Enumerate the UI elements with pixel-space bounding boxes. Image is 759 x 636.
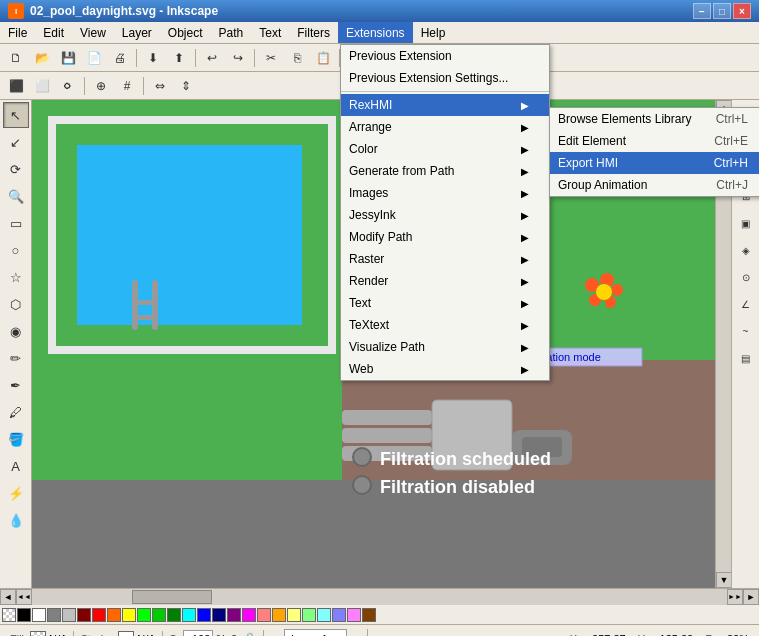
paste-button[interactable]: 📋 [311, 47, 335, 69]
modify-path-item[interactable]: Modify Path ▶ [341, 226, 549, 248]
copy-button[interactable]: ⎘ [285, 47, 309, 69]
menu-filters[interactable]: Filters [289, 22, 338, 43]
previous-extension-settings-item[interactable]: Previous Extension Settings... [341, 67, 549, 89]
palette-magenta[interactable] [242, 608, 256, 622]
pen-tool[interactable]: ✒ [3, 372, 29, 398]
palette-orange2[interactable] [272, 608, 286, 622]
bucket-tool[interactable]: 🪣 [3, 426, 29, 452]
color-item[interactable]: Color ▶ [341, 138, 549, 160]
scroll-right2-button[interactable]: ►► [727, 589, 743, 605]
scroll-down-button[interactable]: ▼ [716, 572, 732, 588]
undo-button[interactable]: ↩ [200, 47, 224, 69]
text-tool[interactable]: A [3, 453, 29, 479]
scroll-left2-button[interactable]: ◄◄ [16, 589, 32, 605]
hscroll-thumb[interactable] [132, 590, 212, 604]
import-button[interactable]: ⬇ [141, 47, 165, 69]
print-button[interactable]: 🖨 [108, 47, 132, 69]
bezier-button[interactable]: ⬜ [30, 75, 54, 97]
menu-path[interactable]: Path [211, 22, 252, 43]
calligraphy-tool[interactable]: 🖊 [3, 399, 29, 425]
scroll-left-button[interactable]: ◄ [0, 589, 16, 605]
palette-gray[interactable] [47, 608, 61, 622]
angle-snap-btn[interactable]: ∠ [733, 291, 759, 317]
palette-lightyellow[interactable] [287, 608, 301, 622]
scroll-right-button[interactable]: ► [743, 589, 759, 605]
palette-lightcyan[interactable] [317, 608, 331, 622]
close-button[interactable]: × [733, 3, 751, 19]
opacity-input[interactable] [183, 630, 213, 637]
rexhmi-item[interactable]: RexHMI ▶ [341, 94, 549, 116]
snap-button[interactable]: ⊕ [89, 75, 113, 97]
node-button[interactable]: ⬛ [4, 75, 28, 97]
export-hmi-item[interactable]: Export HMI Ctrl+H [550, 152, 759, 174]
spiral-tool[interactable]: ◉ [3, 318, 29, 344]
palette-lightblue[interactable] [332, 608, 346, 622]
3d-box-tool[interactable]: ⬡ [3, 291, 29, 317]
menu-help[interactable]: Help [413, 22, 454, 43]
menu-view[interactable]: View [72, 22, 114, 43]
hscroll-track[interactable] [32, 589, 727, 605]
node-tool[interactable]: ↙ [3, 129, 29, 155]
maximize-button[interactable]: □ [713, 3, 731, 19]
zoom-tool[interactable]: 🔍 [3, 183, 29, 209]
palette-navy[interactable] [212, 608, 226, 622]
palette-silver[interactable] [62, 608, 76, 622]
pencil-tool[interactable]: ✏ [3, 345, 29, 371]
menu-object[interactable]: Object [160, 22, 211, 43]
smooth-button[interactable]: ⭘ [56, 75, 80, 97]
connector-tool[interactable]: ⚡ [3, 480, 29, 506]
palette-transparent[interactable] [2, 608, 16, 622]
tweak-tool[interactable]: ⟳ [3, 156, 29, 182]
menu-layer[interactable]: Layer [114, 22, 160, 43]
export-button[interactable]: ⬆ [167, 47, 191, 69]
browse-elements-item[interactable]: Browse Elements Library Ctrl+L [550, 108, 759, 130]
textext-item[interactable]: TeXtext ▶ [341, 314, 549, 336]
palette-white[interactable] [32, 608, 46, 622]
render-item[interactable]: Render ▶ [341, 270, 549, 292]
open-button[interactable]: 📂 [30, 47, 54, 69]
menu-file[interactable]: File [0, 22, 35, 43]
redo-button[interactable]: ↪ [226, 47, 250, 69]
save-copy-button[interactable]: 📄 [82, 47, 106, 69]
center-snap-btn[interactable]: ⊙ [733, 264, 759, 290]
palette-lime[interactable] [137, 608, 151, 622]
jessyink-item[interactable]: JessyInk ▶ [341, 204, 549, 226]
grid-button[interactable]: # [115, 75, 139, 97]
palette-black[interactable] [17, 608, 31, 622]
smooth-snap-btn[interactable]: ~ [733, 318, 759, 344]
select-tool[interactable]: ↖ [3, 102, 29, 128]
flip-h-button[interactable]: ⇔ [148, 75, 172, 97]
palette-cyan[interactable] [182, 608, 196, 622]
circle-tool[interactable]: ○ [3, 237, 29, 263]
palette-green2[interactable] [152, 608, 166, 622]
path-snap-btn[interactable]: ◈ [733, 237, 759, 263]
text-item[interactable]: Text ▶ [341, 292, 549, 314]
palette-pink[interactable] [257, 608, 271, 622]
palette-lightmag[interactable] [347, 608, 361, 622]
images-item[interactable]: Images ▶ [341, 182, 549, 204]
palette-blue[interactable] [197, 608, 211, 622]
palette-lightgreen[interactable] [302, 608, 316, 622]
rect-tool[interactable]: ▭ [3, 210, 29, 236]
palette-green[interactable] [167, 608, 181, 622]
star-tool[interactable]: ☆ [3, 264, 29, 290]
menu-extensions[interactable]: Extensions [338, 22, 413, 43]
arrange-item[interactable]: Arrange ▶ [341, 116, 549, 138]
generate-from-path-item[interactable]: Generate from Path ▶ [341, 160, 549, 182]
layer-arrow-right[interactable]: ► [350, 633, 361, 637]
group-animation-item[interactable]: Group Animation Ctrl+J [550, 174, 759, 196]
flip-v-button[interactable]: ⇕ [174, 75, 198, 97]
palette-red[interactable] [92, 608, 106, 622]
visualize-path-item[interactable]: Visualize Path ▶ [341, 336, 549, 358]
web-item[interactable]: Web ▶ [341, 358, 549, 380]
layer-select[interactable]: Layer 1 [284, 629, 347, 637]
save-button[interactable]: 💾 [56, 47, 80, 69]
raster-item[interactable]: Raster ▶ [341, 248, 549, 270]
palette-orange[interactable] [107, 608, 121, 622]
layer-arrow-left[interactable]: ◄ [270, 633, 281, 637]
edit-element-item[interactable]: Edit Element Ctrl+E [550, 130, 759, 152]
minimize-button[interactable]: − [693, 3, 711, 19]
page-snap-btn[interactable]: ▤ [733, 345, 759, 371]
new-button[interactable]: 🗋 [4, 47, 28, 69]
menu-edit[interactable]: Edit [35, 22, 72, 43]
